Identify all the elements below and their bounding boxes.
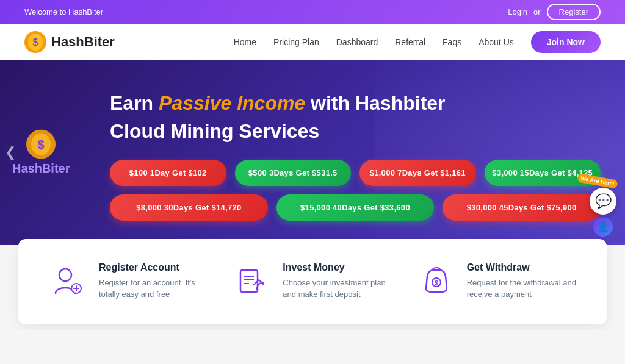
hero-title: Earn Passive Income with Hashbiter bbox=[110, 91, 601, 116]
login-link[interactable]: Login bbox=[508, 7, 527, 16]
chat-avatar: 👤 bbox=[593, 217, 613, 237]
plans-row1: $100 1Day Get $102 $500 3Days Get $531.5… bbox=[110, 160, 601, 186]
register-button[interactable]: Register bbox=[547, 4, 601, 20]
nav-referral[interactable]: Referral bbox=[395, 37, 425, 47]
svg-text:$: $ bbox=[435, 280, 438, 287]
logo[interactable]: $ HashBiter bbox=[24, 31, 115, 53]
svg-rect-10 bbox=[240, 270, 258, 292]
invest-icon-wrap bbox=[233, 262, 272, 301]
plan-btn-5[interactable]: $15,000 40Days Get $33,600 bbox=[276, 194, 435, 221]
step-register-text: Register Account Register for an account… bbox=[99, 262, 208, 301]
hero-section: $ HashBiter ❮ Earn Passive Income with H… bbox=[0, 60, 625, 245]
nav-pricing[interactable]: Pricing Plan bbox=[273, 37, 319, 47]
chat-widget[interactable]: We Are Here! 💬 👤 bbox=[590, 188, 616, 237]
plan-btn-2[interactable]: $1,000 7Days Get $1,161 bbox=[359, 160, 476, 186]
nav-faqs[interactable]: Faqs bbox=[443, 37, 461, 47]
hero-title-end: with Hashbiter bbox=[305, 92, 445, 114]
chevron-left-icon[interactable]: ❮ bbox=[5, 145, 16, 160]
svg-point-6 bbox=[59, 269, 71, 281]
navbar: $ HashBiter Home Pricing Plan Dashboard … bbox=[0, 24, 625, 60]
nav-about[interactable]: About Us bbox=[479, 37, 514, 47]
svg-text:$: $ bbox=[38, 138, 45, 151]
welcome-text: Welcome to HashBiter bbox=[24, 7, 103, 16]
logo-icon: $ bbox=[24, 31, 46, 53]
register-icon bbox=[52, 265, 85, 298]
nav-dashboard[interactable]: Dashboard bbox=[336, 37, 378, 47]
nav-links: Home Pricing Plan Dashboard Referral Faq… bbox=[234, 31, 601, 53]
invest-icon bbox=[236, 265, 269, 298]
svg-text:$: $ bbox=[33, 37, 38, 48]
or-text: or bbox=[533, 7, 541, 16]
plans-row2: $8,000 30Days Get $14,720 $15,000 40Days… bbox=[110, 194, 601, 221]
logo-text: HashBiter bbox=[51, 34, 115, 50]
step-register: Register Account Register for an account… bbox=[49, 262, 208, 301]
plan-btn-4[interactable]: $8,000 30Days Get $14,720 bbox=[110, 194, 268, 221]
step-withdraw-title: Get Withdraw bbox=[467, 262, 576, 273]
hero-title-highlight: Passive Income bbox=[159, 92, 305, 114]
step-register-title: Register Account bbox=[99, 262, 208, 273]
step-withdraw-desc: Request for the withdrawal and receive a… bbox=[467, 277, 576, 301]
step-invest-title: Invest Money bbox=[283, 262, 392, 273]
chat-button[interactable]: 💬 bbox=[590, 188, 616, 215]
withdraw-icon-wrap: $ bbox=[417, 262, 456, 301]
step-invest-desc: Choose your investment plan and make fir… bbox=[283, 277, 392, 301]
plan-btn-6[interactable]: $30,000 45Days Get $75,900 bbox=[443, 194, 601, 221]
plan-btn-0[interactable]: $100 1Day Get $102 bbox=[110, 160, 226, 186]
step-withdraw-text: Get Withdraw Request for the withdrawal … bbox=[467, 262, 576, 301]
join-now-button[interactable]: Join Now bbox=[531, 31, 601, 53]
hero-content: Earn Passive Income with Hashbiter Cloud… bbox=[110, 91, 601, 221]
hero-subtitle: Cloud Mining Services bbox=[110, 120, 601, 143]
chat-icon: 💬 bbox=[595, 193, 612, 209]
withdraw-icon: $ bbox=[420, 265, 453, 298]
hero-title-start: Earn bbox=[110, 92, 159, 114]
top-bar: Welcome to HashBiter Login or Register bbox=[0, 0, 625, 24]
nav-home[interactable]: Home bbox=[234, 37, 256, 47]
step-invest: Invest Money Choose your investment plan… bbox=[233, 262, 392, 301]
register-icon-wrap bbox=[49, 262, 88, 301]
watermark-text: HashBiter bbox=[12, 162, 70, 176]
step-invest-text: Invest Money Choose your investment plan… bbox=[283, 262, 392, 301]
top-bar-right: Login or Register bbox=[508, 4, 601, 20]
step-withdraw: $ Get Withdraw Request for the withdrawa… bbox=[417, 262, 576, 301]
steps-section: Register Account Register for an account… bbox=[18, 239, 607, 324]
step-register-desc: Register for an account. It's totally ea… bbox=[99, 277, 208, 301]
watermark-icon: $ bbox=[26, 130, 56, 159]
hero-watermark: $ HashBiter bbox=[12, 130, 70, 176]
plan-btn-1[interactable]: $500 3Days Get $531.5 bbox=[235, 160, 352, 186]
avatar-icon: 👤 bbox=[597, 221, 609, 232]
